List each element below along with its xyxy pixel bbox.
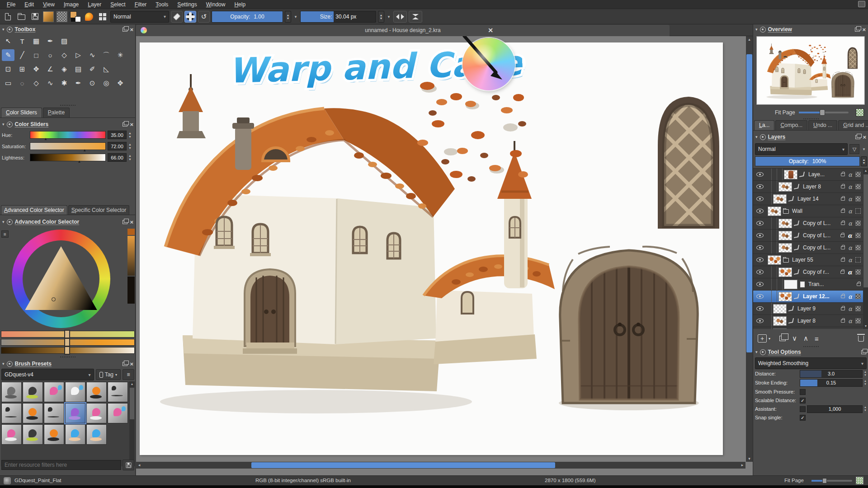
- tool-polygon-select[interactable]: ◇: [30, 77, 42, 89]
- assistant-spinner[interactable]: ▲▼: [864, 406, 867, 412]
- float-docker-icon[interactable]: [123, 362, 127, 366]
- inherit-alpha-icon[interactable]: [855, 172, 861, 177]
- tool-edit-shapes[interactable]: ▦: [30, 35, 42, 47]
- hue-value[interactable]: 35.00: [108, 131, 127, 139]
- layer-row-selected[interactable]: Layer 12... α: [753, 291, 863, 303]
- brush-preset[interactable]: [86, 424, 107, 445]
- scrollbar-thumb[interactable]: [130, 388, 134, 419]
- float-docker-icon[interactable]: [861, 350, 866, 354]
- tool-pan[interactable]: ✥: [114, 77, 127, 89]
- tool-similar-select[interactable]: ✱: [58, 77, 71, 89]
- tool-fill[interactable]: ◈: [58, 63, 71, 75]
- menu-file[interactable]: File: [3, 0, 19, 9]
- inherit-alpha-icon[interactable]: [855, 184, 861, 189]
- tool-line[interactable]: ╱: [16, 49, 28, 61]
- inherit-alpha-icon[interactable]: [855, 221, 861, 226]
- brush-preset[interactable]: [1, 382, 22, 402]
- smoothing-mode-select[interactable]: Weighted Smoothing ▾: [755, 357, 867, 369]
- filter-dropdown-icon[interactable]: ▾: [861, 147, 867, 151]
- size-spinner[interactable]: ▲▼: [378, 11, 384, 23]
- advanced-color-selector-header[interactable]: ▾ Advanced Color Selector ×: [0, 217, 136, 227]
- tool-transform[interactable]: ⊞: [16, 63, 28, 75]
- layer-name[interactable]: Layer 8: [801, 183, 841, 190]
- assistant-checkbox[interactable]: [800, 406, 806, 412]
- tool-freehand-select[interactable]: ∿: [44, 77, 57, 89]
- brush-preset[interactable]: [108, 403, 128, 423]
- layers-scrollbar[interactable]: ▴ ▾: [863, 168, 868, 329]
- move-layer-up-button[interactable]: ∧: [803, 334, 808, 343]
- layer-name[interactable]: Layer 14: [796, 196, 841, 202]
- visibility-toggle[interactable]: [753, 319, 767, 323]
- overview-zoom-slider[interactable]: [799, 112, 849, 113]
- alpha-lock-icon[interactable]: α: [848, 244, 852, 251]
- document-tab[interactable]: unnamed - House design_2.kra ✕: [136, 25, 670, 36]
- alpha-lock-icon-active[interactable]: α: [848, 269, 852, 276]
- menu-window[interactable]: Window: [202, 0, 230, 9]
- stroke-ending-spinner[interactable]: ▲▼: [864, 380, 867, 386]
- layer-opacity-slider[interactable]: Opacity: 100%: [755, 156, 860, 166]
- lock-icon[interactable]: [841, 197, 845, 201]
- tool-ellipse-select[interactable]: ◌: [16, 77, 28, 89]
- foreground-background-color-button[interactable]: [70, 11, 81, 23]
- menu-view[interactable]: View: [39, 0, 59, 9]
- layer-row[interactable]: Copy of L... α: [753, 242, 863, 254]
- layer-name[interactable]: Layer 8: [796, 318, 841, 324]
- lock-icon[interactable]: [841, 173, 845, 176]
- edit-brush-settings-button[interactable]: [184, 11, 196, 23]
- menu-help[interactable]: Help: [230, 0, 250, 9]
- layer-row-mask[interactable]: Tran...: [753, 278, 863, 291]
- layer-row[interactable]: Copy of L... α: [753, 230, 863, 242]
- scroll-down-icon[interactable]: ▾: [863, 324, 868, 329]
- menu-select[interactable]: Select: [106, 0, 129, 9]
- layer-name[interactable]: Copy of L...: [801, 220, 841, 226]
- layer-thumbnail[interactable]: [778, 231, 792, 240]
- close-document-icon[interactable]: ✕: [488, 27, 493, 34]
- tool-crop[interactable]: ⊡: [2, 63, 14, 75]
- layer-name[interactable]: Copy of r...: [801, 269, 840, 275]
- tab-layers[interactable]: La...: [754, 120, 774, 130]
- collapse-icon[interactable]: ▾: [2, 122, 5, 127]
- inherit-alpha-icon[interactable]: [855, 233, 861, 238]
- layer-thumbnail[interactable]: [778, 182, 792, 192]
- brush-preset-chooser-button[interactable]: [83, 11, 95, 23]
- tool-move[interactable]: ✥: [30, 63, 42, 75]
- lock-icon[interactable]: [841, 307, 845, 310]
- visibility-toggle[interactable]: [753, 221, 767, 225]
- layer-row[interactable]: Layer 8 α: [753, 181, 863, 193]
- brush-preset[interactable]: [44, 403, 64, 423]
- save-resource-button[interactable]: [123, 460, 134, 470]
- tab-color-sliders[interactable]: Color Sliders: [1, 108, 42, 117]
- lock-icon[interactable]: [841, 222, 845, 225]
- tool-zoom[interactable]: ◎: [100, 77, 113, 89]
- dock-splitter[interactable]: [0, 104, 136, 107]
- tab-specific-color-selector[interactable]: Specific Color Selector: [68, 205, 129, 215]
- layer-row[interactable]: Copy of L... α: [753, 217, 863, 230]
- lock-icon[interactable]: [841, 319, 845, 323]
- tool-pattern-edit[interactable]: ▨: [58, 35, 71, 47]
- brush-preset[interactable]: [23, 424, 43, 445]
- visibility-toggle[interactable]: [753, 233, 767, 238]
- layer-thumbnail[interactable]: [778, 267, 792, 277]
- ramp-handle[interactable]: [64, 338, 70, 347]
- pattern-chooser-button[interactable]: [56, 11, 68, 23]
- hue-ramp[interactable]: [1, 331, 135, 338]
- layer-name[interactable]: Tran...: [807, 281, 857, 287]
- layer-name[interactable]: Layer 12...: [801, 293, 841, 300]
- tool-select-shapes[interactable]: ↖: [2, 35, 14, 47]
- alpha-lock-icon[interactable]: α: [848, 183, 852, 190]
- layer-row[interactable]: Laye... α: [753, 169, 863, 181]
- scroll-left-icon[interactable]: ◂: [136, 462, 142, 469]
- alpha-lock-icon[interactable]: α: [848, 208, 852, 215]
- inherit-alpha-icon[interactable]: [855, 196, 861, 202]
- tab-undo-history[interactable]: Undo ...: [808, 120, 837, 130]
- close-docker-icon[interactable]: ×: [862, 27, 866, 33]
- tab-advanced-color-selector[interactable]: Advanced Color Selector: [1, 205, 67, 215]
- move-layer-down-button[interactable]: ∨: [792, 334, 797, 343]
- float-docker-icon[interactable]: [123, 220, 127, 224]
- brush-presets-header[interactable]: ▾ Brush Presets ×: [0, 359, 136, 369]
- menu-edit[interactable]: Edit: [20, 0, 38, 9]
- canvas-page[interactable]: [140, 42, 723, 455]
- visibility-toggle[interactable]: [753, 197, 767, 201]
- tool-color-sampler[interactable]: ✐: [86, 63, 99, 75]
- group-layer-icon[interactable]: [783, 208, 789, 214]
